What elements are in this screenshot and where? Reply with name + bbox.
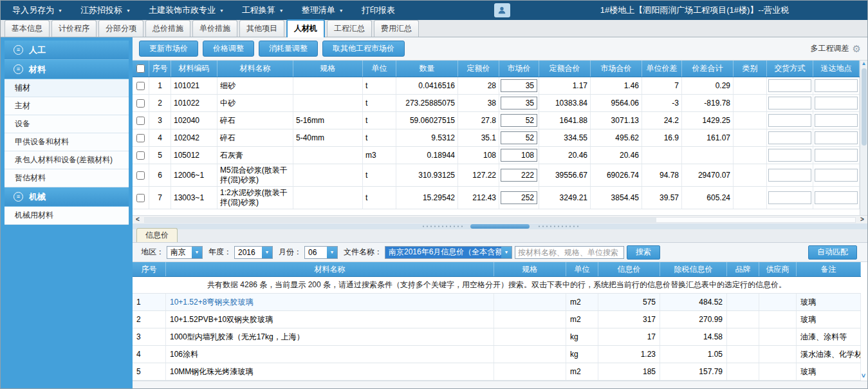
- toolbar-button[interactable]: 取其他工程市场价: [322, 41, 405, 57]
- tab-item[interactable]: 总价措施: [145, 20, 190, 37]
- sidebar-item[interactable]: ≡机械: [5, 187, 129, 207]
- row-checkbox[interactable]: [136, 82, 145, 90]
- row-checkbox[interactable]: [136, 134, 145, 142]
- row-checkbox[interactable]: [136, 194, 145, 202]
- market-price-input[interactable]: 108: [501, 149, 537, 162]
- list-item[interactable]: 110+1.52+8弯钢夹胶玻璃m2575484.52玻璃: [133, 294, 861, 311]
- sidebar-item[interactable]: 主材: [5, 97, 129, 115]
- destination-input[interactable]: [815, 169, 858, 182]
- row-checkbox[interactable]: [136, 151, 145, 160]
- tab-item[interactable]: 人材机: [286, 19, 325, 37]
- table-row[interactable]: 5105012石灰膏m30.1894410810820.4620.46: [133, 147, 860, 164]
- sidebar-item[interactable]: 甲供设备和材料: [5, 133, 129, 151]
- search-input[interactable]: [515, 246, 624, 259]
- table-row[interactable]: 612006~1M5混合砂浆(散装干拌(混)砂浆)t310.93125127.2…: [133, 164, 860, 187]
- menubar-item[interactable]: 导入另存为▼: [3, 1, 71, 20]
- info-col-header: 品牌: [727, 262, 759, 276]
- year-select[interactable]: 2016 ▼: [234, 246, 273, 259]
- delivery-input[interactable]: [768, 169, 811, 182]
- row-checkbox[interactable]: [136, 99, 145, 108]
- auto-match-button[interactable]: 自动匹配: [808, 245, 857, 260]
- tab-item[interactable]: 费用汇总: [374, 20, 419, 37]
- delivery-input[interactable]: [768, 114, 811, 127]
- chevron-down-icon[interactable]: ▼: [501, 247, 512, 258]
- table-row[interactable]: 3102040碎石5-16mmt59.0602751527.8521641.88…: [133, 112, 860, 129]
- tab-item[interactable]: 其他项目: [239, 20, 284, 37]
- tab-info-price[interactable]: 信息价: [136, 228, 178, 242]
- menubar-item[interactable]: 土建装饰市政专业▼: [140, 1, 233, 20]
- sidebar-item[interactable]: 承包人材料和设备(差额材料): [5, 151, 129, 169]
- scrollbar-thumb[interactable]: [145, 218, 656, 222]
- delivery-input[interactable]: [768, 191, 811, 204]
- materials-horizontal-scrollbar[interactable]: < >: [133, 215, 867, 223]
- table-row[interactable]: 4102042碎石5-40mmt9.531235.152334.55495.62…: [133, 129, 860, 147]
- table-row[interactable]: 1101021细砂t0.041651628351.171.4670.29: [133, 77, 860, 95]
- market-price-input[interactable]: 52: [501, 114, 537, 127]
- select-all-checkbox[interactable]: [136, 64, 145, 73]
- materials-vertical-scrollbar[interactable]: ▲: [860, 61, 867, 215]
- panel-splitter[interactable]: [133, 223, 867, 229]
- file-select[interactable]: 南京2016年6月信息价（全本含额 ▼: [385, 246, 512, 259]
- delivery-input[interactable]: [768, 149, 811, 162]
- tab-item[interactable]: 单价措施: [192, 20, 237, 37]
- sidebar-item[interactable]: ≡材料: [5, 60, 129, 79]
- toolbar-button[interactable]: 消耗量调整: [259, 41, 318, 57]
- market-price-input[interactable]: 252: [501, 191, 537, 204]
- list-item[interactable]: 31000型内墙乳胶漆（无光17kg，上海）kg1714.58油漆、涂料等: [133, 328, 861, 346]
- scroll-left-icon[interactable]: <: [133, 216, 143, 223]
- scrollbar-thumb[interactable]: [862, 68, 867, 146]
- menubar-item[interactable]: 打印报表: [353, 1, 404, 20]
- sidebar-item[interactable]: 机械用材料: [5, 207, 129, 225]
- tab-item[interactable]: 基本信息: [5, 20, 50, 37]
- info-vertical-scrollbar[interactable]: ˅: [860, 263, 867, 379]
- menubar-item[interactable]: 整理清单▼: [293, 1, 353, 20]
- scroll-down-icon[interactable]: ˅: [862, 372, 865, 379]
- menubar-item[interactable]: 工程换算▼: [233, 1, 293, 20]
- sidebar-item[interactable]: 辅材: [5, 79, 129, 97]
- row-checkbox[interactable]: [136, 117, 145, 125]
- month-select[interactable]: 06 ▼: [304, 246, 338, 259]
- destination-input[interactable]: [815, 149, 858, 162]
- list-item[interactable]: 210+1.52PVB+10双钢夹胶玻璃m2317270.99玻璃: [133, 311, 861, 328]
- gear-icon[interactable]: ⚙: [853, 44, 861, 53]
- delivery-input[interactable]: [768, 131, 811, 144]
- chevron-down-icon[interactable]: ▼: [327, 247, 337, 258]
- destination-input[interactable]: [815, 97, 858, 109]
- delivery-input[interactable]: [768, 97, 811, 109]
- table-row[interactable]: 2101022中砂t273.25885075383510383.849564.0…: [133, 95, 860, 112]
- multi-project-adjust-link[interactable]: 多工程调差: [811, 43, 849, 54]
- chevron-down-icon[interactable]: ▼: [262, 247, 272, 258]
- toolbar-button[interactable]: 更新市场价: [139, 41, 198, 57]
- sidebar-item[interactable]: 暂估材料: [5, 169, 129, 187]
- list-item[interactable]: 510MM钢化珠光烤漆玻璃m2185157.79玻璃: [133, 363, 861, 381]
- scroll-up-icon[interactable]: ▲: [862, 61, 867, 66]
- cell-code: 101022: [171, 95, 217, 111]
- region-select[interactable]: 南京 ▼: [167, 246, 203, 259]
- scroll-right-icon[interactable]: >: [857, 216, 867, 223]
- list-item[interactable]: 4106涂料kg1.231.05溪水油漆、化学材料类: [133, 346, 861, 363]
- menubar-item[interactable]: 江苏招投标▼: [71, 1, 140, 20]
- cell-market_total: 1.46: [591, 77, 642, 94]
- destination-input[interactable]: [815, 191, 858, 204]
- toolbar-button[interactable]: 价格调整: [203, 41, 254, 57]
- tab-item[interactable]: 工程汇总: [327, 20, 372, 37]
- sidebar-item[interactable]: 设备: [5, 115, 129, 133]
- tab-item[interactable]: 分部分项: [98, 20, 143, 37]
- table-row[interactable]: 713003~11:2水泥砂浆(散装干拌(混)砂浆)t15.29542212.4…: [133, 187, 860, 209]
- search-button[interactable]: 搜索: [627, 245, 660, 260]
- delivery-input[interactable]: [768, 79, 811, 92]
- tab-item[interactable]: 计价程序: [51, 20, 97, 37]
- row-checkbox[interactable]: [136, 171, 145, 180]
- splitter-collapse-handle[interactable]: [470, 224, 530, 229]
- scrollbar-track[interactable]: [144, 217, 856, 223]
- market-price-input[interactable]: 35: [501, 97, 537, 109]
- destination-input[interactable]: [815, 79, 858, 92]
- market-price-input[interactable]: 35: [501, 79, 537, 92]
- sidebar-item[interactable]: ≡人工: [5, 41, 129, 60]
- destination-input[interactable]: [815, 114, 858, 127]
- market-price-input[interactable]: 222: [501, 169, 537, 182]
- market-price-input[interactable]: 52: [501, 131, 537, 144]
- destination-input[interactable]: [815, 131, 858, 144]
- user-avatar-icon[interactable]: [494, 3, 510, 17]
- chevron-down-icon[interactable]: ▼: [192, 247, 202, 258]
